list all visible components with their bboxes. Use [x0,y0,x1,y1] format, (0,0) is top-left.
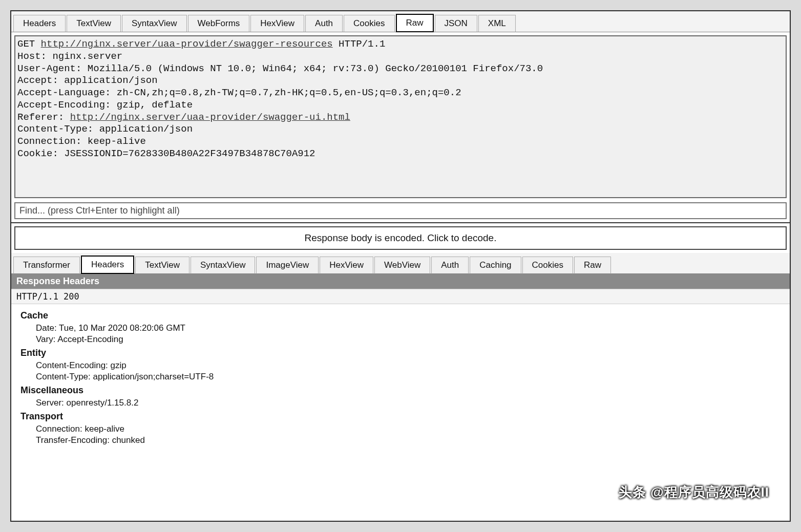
header-item: Connection: keep-alive [36,424,788,434]
response-tab-caching[interactable]: Caching [470,257,521,274]
referer-url-link[interactable]: http://nginx.server/uaa-provider/swagger… [70,112,350,123]
response-tab-textview[interactable]: TextView [135,257,189,274]
response-tabbar: TransformerHeadersTextViewSyntaxViewImag… [11,253,790,274]
response-tab-hexview[interactable]: HexView [320,257,373,274]
request-tab-cookies[interactable]: Cookies [344,15,394,32]
decode-banner[interactable]: Response body is encoded. Click to decod… [14,226,787,250]
request-tabbar: HeadersTextViewSyntaxViewWebFormsHexView… [11,11,790,32]
request-tab-syntaxview[interactable]: SyntaxView [122,15,187,32]
response-headers-body: CacheDate: Tue, 10 Mar 2020 08:20:06 GMT… [11,304,790,521]
response-tab-headers[interactable]: Headers [81,256,134,274]
header-group-cache: Cache [20,310,788,321]
header-group-miscellaneous: Miscellaneous [20,385,788,396]
http-protocol: HTTP/1.1 [333,38,386,50]
request-tab-auth[interactable]: Auth [305,15,343,32]
http-method: GET [17,38,41,50]
request-url-link[interactable]: http://nginx.server/uaa-provider/swagger… [41,38,333,50]
raw-request-panel: GET http://nginx.server/uaa-provider/swa… [11,32,790,200]
request-tab-raw[interactable]: Raw [396,14,434,32]
response-tab-imageview[interactable]: ImageView [256,257,319,274]
response-tab-auth[interactable]: Auth [431,257,469,274]
find-input[interactable]: Find... (press Ctrl+Enter to highlight a… [14,202,787,219]
response-tab-syntaxview[interactable]: SyntaxView [191,257,256,274]
response-tab-cookies[interactable]: Cookies [522,257,573,274]
request-tab-textview[interactable]: TextView [67,15,121,32]
request-tab-xml[interactable]: XML [478,15,516,32]
header-item: Server: openresty/1.15.8.2 [36,398,788,408]
header-group-entity: Entity [20,348,788,358]
header-item: Content-Type: application/json;charset=U… [36,372,788,382]
response-status-line: HTTP/1.1 200 [11,289,790,304]
header-item: Vary: Accept-Encoding [36,334,788,345]
raw-request-content[interactable]: GET http://nginx.server/uaa-provider/swa… [14,35,787,198]
request-tab-headers[interactable]: Headers [13,15,66,32]
header-item: Date: Tue, 10 Mar 2020 08:20:06 GMT [36,323,788,333]
response-tab-transformer[interactable]: Transformer [13,257,80,274]
header-group-transport: Transport [20,411,788,422]
response-headers-title: Response Headers [11,274,790,289]
response-tab-webview[interactable]: WebView [374,257,430,274]
request-tab-webforms[interactable]: WebForms [188,15,250,32]
request-tab-hexview[interactable]: HexView [250,15,304,32]
header-item: Transfer-Encoding: chunked [36,435,788,445]
response-tab-raw[interactable]: Raw [574,257,611,274]
header-item: Content-Encoding: gzip [36,360,788,371]
referer-label: Referer: [17,112,70,123]
request-tab-json[interactable]: JSON [435,15,477,32]
